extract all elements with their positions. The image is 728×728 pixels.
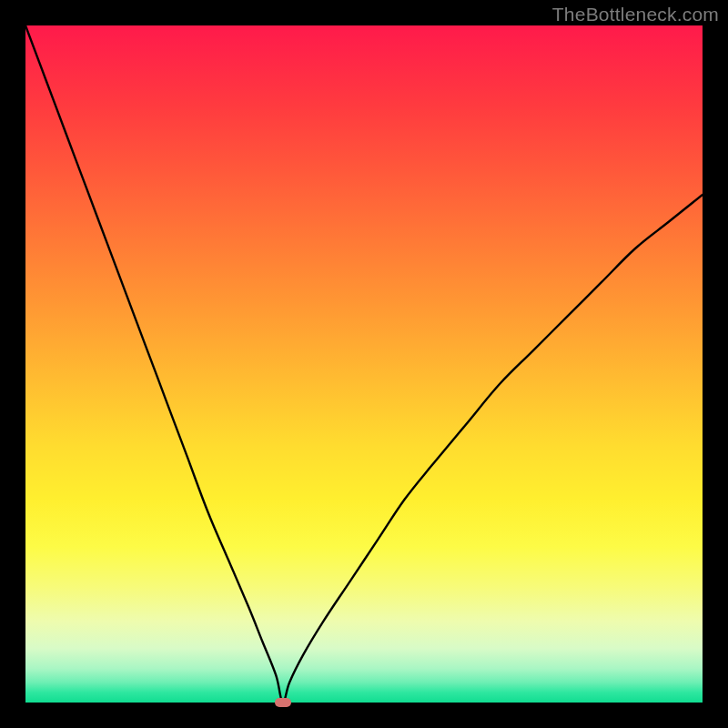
- chart-frame: TheBottleneck.com: [0, 0, 728, 728]
- watermark-text: TheBottleneck.com: [552, 4, 719, 25]
- optimum-marker: [275, 698, 291, 707]
- plot-area: [25, 25, 703, 703]
- bottleneck-curve: [25, 25, 703, 703]
